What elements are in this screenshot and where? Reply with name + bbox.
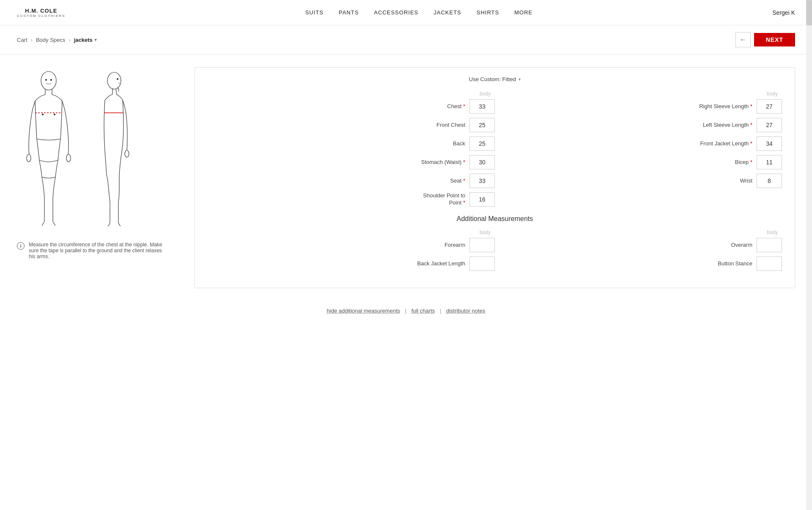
main-content: i Measure the circumference of the chest… xyxy=(0,55,812,301)
svg-point-4 xyxy=(66,154,71,162)
front-jacket-input[interactable] xyxy=(757,136,782,151)
body-figures xyxy=(17,67,140,229)
scrollbar[interactable] xyxy=(806,0,812,321)
back-jacket-input[interactable] xyxy=(469,256,495,271)
back-label: Back xyxy=(453,140,465,147)
forearm-input[interactable] xyxy=(469,238,495,252)
chest-label: Chest * xyxy=(447,103,465,110)
measurement-shoulder-row: Shoulder Point to Point * xyxy=(208,192,495,207)
seat-input[interactable] xyxy=(469,174,495,188)
svg-line-12 xyxy=(116,89,117,95)
svg-point-3 xyxy=(27,154,31,162)
measurement-seat-row: Seat * xyxy=(208,174,495,188)
distributor-notes-link[interactable]: distributor notes xyxy=(446,308,486,314)
right-measurements-col: body Right Sleeve Length * Left Sleeve L… xyxy=(495,91,782,211)
front-chest-label: Front Chest xyxy=(436,122,465,129)
overarm-label: Overarm xyxy=(731,242,752,249)
stomach-input[interactable] xyxy=(469,155,495,169)
button-stance-input[interactable] xyxy=(757,256,782,271)
back-jacket-label: Back Jacket Length xyxy=(417,260,465,267)
breadcrumb-body-specs[interactable]: Body Specs xyxy=(36,37,65,43)
breadcrumb-active: jackets ▾ xyxy=(74,37,97,43)
logo-tagline: CUSTOM CLOTHIERS xyxy=(17,14,66,18)
nav-jackets[interactable]: JACKETS xyxy=(433,9,461,16)
breadcrumb-bar: Cart › Body Specs › jackets ▾ ← NEXT xyxy=(0,25,812,55)
front-figure xyxy=(17,67,80,229)
logo: H.M. COLE CUSTOM CLOTHIERS xyxy=(17,8,66,18)
measurement-front-chest-row: Front Chest xyxy=(208,118,495,132)
nav-more[interactable]: MORE xyxy=(514,9,532,16)
additional-overarm-row: Overarm xyxy=(495,238,782,252)
shoulder-label: Shoulder Point to Point * xyxy=(414,192,465,207)
measurement-left-sleeve-row: Left Sleeve Length * xyxy=(495,118,782,132)
front-chest-input[interactable] xyxy=(469,118,495,132)
svg-point-6 xyxy=(42,114,44,115)
chest-input[interactable] xyxy=(469,99,495,114)
measurements-panel: Use Custom: Fitted ▾ body Chest * Front … xyxy=(195,67,795,288)
hide-additional-link[interactable]: hide additional measurements xyxy=(327,308,400,314)
front-jacket-label: Front Jacket Length * xyxy=(700,140,752,147)
right-sleeve-label: Right Sleeve Length * xyxy=(699,103,752,110)
shoulder-input[interactable] xyxy=(469,192,495,207)
measurement-stomach-row: Stomach (Waist) * xyxy=(208,155,495,169)
main-nav: SUITS PANTS ACCESSORIES JACKETS SHIRTS M… xyxy=(305,9,533,16)
stomach-label: Stomach (Waist) * xyxy=(421,159,465,166)
overarm-input[interactable] xyxy=(757,238,782,252)
button-stance-label: Button Stance xyxy=(718,260,752,267)
footer-links: hide additional measurements | full char… xyxy=(0,301,812,321)
side-body-svg xyxy=(89,67,140,228)
wrist-input[interactable] xyxy=(757,174,782,188)
measurement-chest-row: Chest * xyxy=(208,99,495,114)
left-sleeve-input[interactable] xyxy=(757,118,782,132)
left-measurements-col: body Chest * Front Chest Back xyxy=(208,91,495,211)
additional-right-body-label: body xyxy=(495,229,782,238)
chevron-down-icon: ▾ xyxy=(94,37,97,43)
breadcrumb-actions: ← NEXT xyxy=(735,32,795,47)
info-note: i Measure the circumference of the chest… xyxy=(17,242,169,259)
bicep-label: Bicep * xyxy=(735,159,752,166)
header: H.M. COLE CUSTOM CLOTHIERS SUITS PANTS A… xyxy=(0,0,812,25)
nav-accessories[interactable]: ACCESSORIES xyxy=(374,9,418,16)
svg-point-15 xyxy=(117,79,118,80)
svg-point-7 xyxy=(54,114,55,115)
nav-shirts[interactable]: SHIRTS xyxy=(477,9,499,16)
body-illustration: i Measure the circumference of the chest… xyxy=(17,67,178,288)
full-charts-link[interactable]: full charts xyxy=(411,308,435,314)
user-name: Sergei K xyxy=(772,9,795,16)
additional-left-col: body Forearm Back Jacket Length xyxy=(208,229,495,275)
back-input[interactable] xyxy=(469,136,495,151)
nav-pants[interactable]: PANTS xyxy=(339,9,359,16)
measurement-right-sleeve-row: Right Sleeve Length * xyxy=(495,99,782,114)
front-body-svg xyxy=(17,67,80,228)
additional-title: Additional Measurements xyxy=(208,215,782,223)
measurement-bicep-row: Bicep * xyxy=(495,155,782,169)
logo-name: H.M. COLE xyxy=(25,8,57,14)
scrollbar-thumb[interactable] xyxy=(806,0,812,25)
additional-back-jacket-row: Back Jacket Length xyxy=(208,256,495,271)
measurement-back-row: Back xyxy=(208,136,495,151)
wrist-label: Wrist xyxy=(740,177,752,185)
additional-right-col: body Overarm Button Stance xyxy=(495,229,782,275)
chevron-down-icon: ▾ xyxy=(518,77,521,82)
left-body-label: body xyxy=(208,91,495,99)
measurement-front-jacket-row: Front Jacket Length * xyxy=(495,136,782,151)
nav-suits[interactable]: SUITS xyxy=(305,9,324,16)
measurement-wrist-row: Wrist xyxy=(495,174,782,188)
right-body-label: body xyxy=(495,91,782,99)
svg-point-9 xyxy=(51,79,52,81)
breadcrumb-sep1: › xyxy=(31,37,33,43)
svg-point-10 xyxy=(107,72,121,89)
back-button[interactable]: ← xyxy=(735,32,751,47)
breadcrumb-cart[interactable]: Cart xyxy=(17,37,27,43)
additional-forearm-row: Forearm xyxy=(208,238,495,252)
bicep-input[interactable] xyxy=(757,155,782,169)
breadcrumb-sep2: › xyxy=(69,37,70,43)
seat-label: Seat * xyxy=(450,177,465,185)
next-button[interactable]: NEXT xyxy=(754,33,795,46)
additional-button-stance-row: Button Stance xyxy=(495,256,782,271)
additional-measurements-section: Additional Measurements body Forearm Bac… xyxy=(208,215,782,275)
custom-select[interactable]: Use Custom: Fitted ▾ xyxy=(208,76,782,82)
right-sleeve-input[interactable] xyxy=(757,99,782,114)
left-sleeve-label: Left Sleeve Length * xyxy=(703,122,752,129)
svg-point-0 xyxy=(41,71,56,90)
